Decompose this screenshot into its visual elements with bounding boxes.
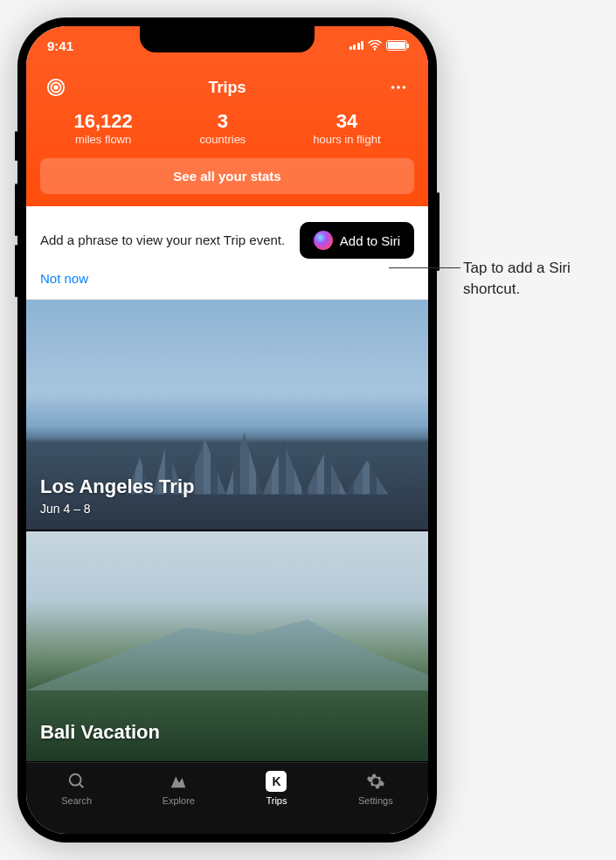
tab-label: Search [61, 795, 92, 806]
tab-bar: Search Explore K Trips Settings [26, 762, 428, 834]
callout-text: Tap to add a Siri shortcut. [463, 258, 616, 300]
siri-card: Add a phrase to view your next Trip even… [26, 206, 428, 300]
side-button-volume-down [15, 245, 17, 297]
stat-value: 16,122 [73, 110, 132, 133]
stat-value: 34 [313, 110, 380, 133]
tab-settings[interactable]: Settings [358, 770, 393, 806]
more-icon[interactable] [386, 75, 411, 100]
stat-value: 3 [200, 110, 246, 133]
cellular-signal-icon [350, 41, 364, 50]
gear-icon [364, 770, 387, 793]
stat-label: miles flown [73, 133, 132, 146]
not-now-link[interactable]: Not now [40, 271, 88, 286]
notch [140, 26, 315, 52]
trip-title: Los Angeles Trip [40, 475, 414, 498]
svg-point-3 [54, 86, 58, 89]
stat-label: countries [200, 133, 246, 146]
trip-dates: Jun 4 – 8 [40, 502, 414, 516]
svg-point-5 [397, 86, 400, 89]
trip-card-los-angeles[interactable]: Los Angeles Trip Jun 4 – 8 [26, 300, 428, 531]
siri-prompt-text: Add a phrase to view your next Trip even… [40, 232, 289, 249]
svg-point-4 [391, 86, 395, 89]
svg-point-7 [69, 774, 80, 786]
tab-label: Explore [163, 795, 195, 806]
stat-label: hours in flight [313, 133, 380, 146]
svg-line-8 [79, 784, 83, 788]
battery-icon [386, 40, 407, 51]
page-title: Trips [208, 79, 246, 97]
siri-button-label: Add to Siri [340, 233, 400, 248]
radar-icon[interactable] [44, 75, 68, 100]
stat-countries: 3 countries [200, 110, 246, 146]
wifi-icon [368, 40, 382, 51]
tab-label: Trips [266, 795, 287, 806]
tab-label: Settings [358, 795, 393, 806]
phone-frame: 9:41 Trips [17, 17, 437, 843]
app-header: Trips 16,122 miles flown 3 countries 34 … [26, 65, 428, 206]
see-all-stats-button[interactable]: See all your stats [40, 158, 414, 194]
side-button-power [437, 192, 440, 271]
explore-icon [167, 770, 190, 793]
callout-leader-line [389, 267, 460, 268]
stat-miles: 16,122 miles flown [73, 110, 132, 146]
trips-icon: K [265, 770, 287, 793]
stats-row: 16,122 miles flown 3 countries 34 hours … [40, 110, 414, 146]
svg-point-6 [403, 86, 406, 89]
tab-explore[interactable]: Explore [163, 770, 195, 806]
stat-hours: 34 hours in flight [313, 110, 380, 146]
status-time: 9:41 [47, 38, 73, 53]
search-icon [66, 770, 88, 793]
side-button-volume-up [15, 184, 17, 236]
add-to-siri-button[interactable]: Add to Siri [300, 222, 414, 259]
trip-card-bali[interactable]: Bali Vacation [26, 531, 428, 762]
svg-point-0 [374, 48, 376, 50]
status-indicators [350, 40, 408, 51]
phone-screen: 9:41 Trips [26, 26, 428, 834]
trip-list[interactable]: Los Angeles Trip Jun 4 – 8 Bali Vacation [26, 300, 428, 762]
tab-trips[interactable]: K Trips [265, 770, 287, 806]
tab-search[interactable]: Search [61, 770, 92, 806]
trip-title: Bali Vacation [40, 721, 414, 744]
siri-icon [314, 231, 333, 250]
side-button-silence [15, 131, 17, 161]
